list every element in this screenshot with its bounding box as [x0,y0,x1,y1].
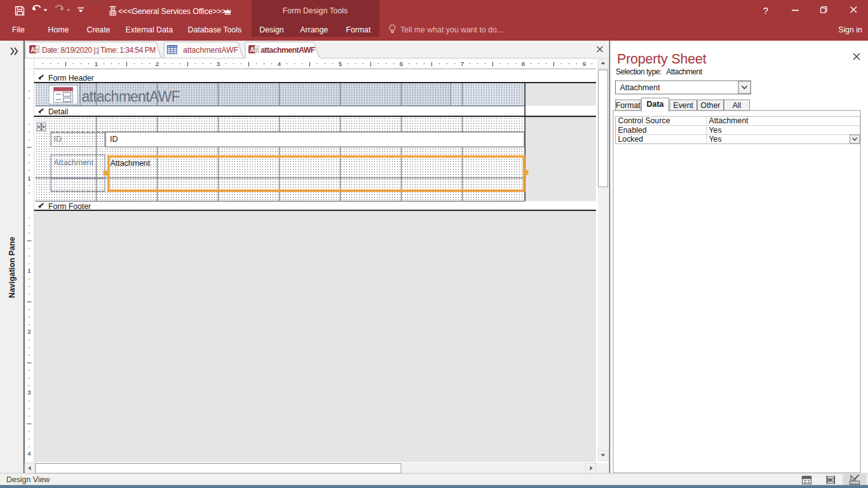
svg-text:Date: 8/19/2020 |;| Time: 1:34: Date: 8/19/2020 |;| Time: 1:34:54 PM [42,46,156,55]
svg-text:1: 1 [27,267,31,274]
svg-text:Yes: Yes [709,135,722,144]
svg-text:1: 1 [95,60,98,67]
svg-text:Yes: Yes [709,126,722,135]
svg-text:Detail: Detail [48,107,68,116]
svg-text:Other: Other [701,101,721,110]
svg-text:1: 1 [27,175,31,182]
svg-text:Tell me what you want to do...: Tell me what you want to do... [400,25,503,34]
svg-text:Enabled: Enabled [618,126,647,135]
svg-text:Form Footer: Form Footer [48,202,91,211]
svg-text:ID: ID [54,135,62,144]
svg-text:A: A [31,46,35,53]
svg-text:3: 3 [217,60,220,67]
svg-text:Attachment: Attachment [54,158,94,167]
svg-text:4: 4 [278,60,281,67]
svg-text:Attachment: Attachment [111,159,151,168]
svg-text:Form Design Tools: Form Design Tools [283,6,348,15]
svg-text:Create: Create [87,25,111,34]
svg-text:7: 7 [461,60,464,67]
svg-text:4: 4 [27,450,31,457]
svg-text:9: 9 [583,60,586,67]
svg-text:<<<General Services Office>>>: <<<General Services Office>>> [118,7,226,16]
svg-text:2: 2 [156,60,159,67]
svg-text:Sign in: Sign in [838,25,862,34]
svg-text:Format: Format [616,101,641,110]
svg-text:Attachment: Attachment [620,83,661,92]
svg-text:Attachment: Attachment [709,116,749,125]
svg-text:5: 5 [339,60,342,67]
svg-text:ID: ID [110,135,118,144]
svg-text:Form Header: Form Header [48,74,94,83]
svg-text:File: File [12,25,25,34]
svg-text:Property Sheet: Property Sheet [617,51,707,67]
svg-text:All: All [733,101,742,110]
svg-text:Arrange: Arrange [300,25,328,34]
svg-text:attachmentAWF: attachmentAWF [82,88,180,105]
svg-text:External Data: External Data [126,25,173,34]
svg-text:Home: Home [48,25,69,34]
svg-text:8: 8 [522,60,525,67]
svg-text:Design View: Design View [6,475,50,484]
svg-text:Control Source: Control Source [618,116,670,125]
svg-text:Database Tools: Database Tools [188,25,242,34]
svg-text:Format: Format [346,25,371,34]
svg-text:Event: Event [674,101,694,110]
svg-text:2: 2 [27,328,31,335]
svg-text:Locked: Locked [618,135,644,144]
svg-text:Navigation Pane: Navigation Pane [8,236,17,298]
svg-text:Data: Data [646,100,664,109]
svg-text:Selection type:Attachment: Selection type:Attachment [616,67,703,76]
svg-text:Design: Design [259,25,283,34]
svg-text:6: 6 [400,60,403,67]
svg-text:3: 3 [27,389,31,396]
svg-text:attachmentAWF: attachmentAWF [261,46,316,55]
svg-text:A: A [250,46,254,53]
svg-text:?: ? [763,5,768,16]
svg-text:attachmentAWF: attachmentAWF [183,46,238,55]
